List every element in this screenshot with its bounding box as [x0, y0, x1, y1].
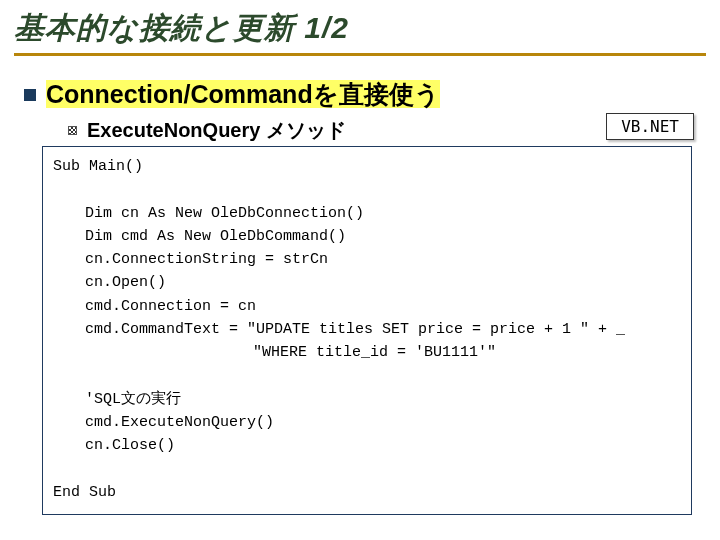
- code-blank: [53, 181, 62, 198]
- code-line: cn.ConnectionString = strCn: [53, 248, 681, 271]
- slide-title: 基本的な接続と更新 1/2: [14, 8, 706, 56]
- code-line: "WHERE title_id = 'BU1111'": [53, 341, 681, 364]
- checker-bullet-icon: [68, 126, 77, 135]
- bullet-text: Connection/Commandを直接使う: [46, 78, 440, 111]
- code-line: Dim cn As New OleDbConnection(): [53, 202, 681, 225]
- code-line: Sub Main(): [53, 158, 143, 175]
- code-blank: [53, 460, 62, 477]
- sub-bullet-row: ExecuteNonQuery メソッド VB.NET: [68, 117, 706, 144]
- code-line: End Sub: [53, 484, 116, 501]
- language-badge-wrap: VB.NET: [606, 113, 694, 140]
- language-badge: VB.NET: [606, 113, 694, 140]
- code-line: cn.Close(): [53, 434, 681, 457]
- bullet-highlight-pre: Connection/Command: [46, 80, 313, 108]
- code-line: cmd.ExecuteNonQuery(): [53, 411, 681, 434]
- code-blank: [53, 367, 62, 384]
- bullet-highlight-post: を直接使う: [313, 80, 440, 108]
- square-bullet-icon: [24, 89, 36, 101]
- sub-bullet-text: ExecuteNonQuery メソッド: [87, 117, 346, 144]
- code-line: Dim cmd As New OleDbCommand(): [53, 225, 681, 248]
- code-line: cmd.Connection = cn: [53, 295, 681, 318]
- bullet-row: Connection/Commandを直接使う: [24, 78, 706, 111]
- code-block: Sub Main() Dim cn As New OleDbConnection…: [42, 146, 692, 515]
- code-line: cmd.CommandText = "UPDATE titles SET pri…: [53, 318, 681, 341]
- code-line: 'SQL文の実行: [53, 388, 681, 411]
- code-line: cn.Open(): [53, 271, 681, 294]
- slide: 基本的な接続と更新 1/2 Connection/Commandを直接使う Ex…: [0, 0, 720, 523]
